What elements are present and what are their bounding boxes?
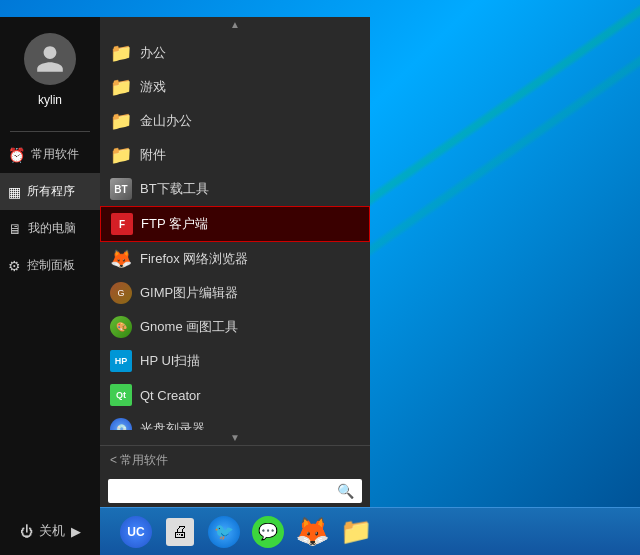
app-item-hp-label: HP UI扫描 bbox=[140, 352, 200, 370]
search-icon: 🔍 bbox=[337, 483, 354, 499]
sidebar-item-my-computer[interactable]: 🖥 我的电脑 bbox=[0, 210, 100, 247]
clock-icon: ⏰ bbox=[8, 147, 25, 163]
user-name: kylin bbox=[38, 93, 62, 107]
bottom-link[interactable]: < 常用软件 bbox=[100, 445, 370, 475]
app-item-disc-label: 光盘刻录器 bbox=[140, 420, 205, 430]
search-input[interactable] bbox=[116, 484, 333, 499]
sidebar-item-control-panel-label: 控制面板 bbox=[27, 257, 75, 274]
taskbar: ⏻ 关机 ▶ UC 🖨 🐦 bbox=[0, 507, 640, 555]
power-icon: ⏻ bbox=[20, 524, 33, 539]
sidebar-item-control-panel[interactable]: ⚙ 控制面板 bbox=[0, 247, 100, 284]
app-item-hp[interactable]: HP HP UI扫描 bbox=[100, 344, 370, 378]
taskbar-file-manager[interactable]: 🖨 bbox=[160, 512, 200, 552]
qt-icon: Qt bbox=[110, 384, 132, 406]
app-item-firefox[interactable]: 🦊 Firefox 网络浏览器 bbox=[100, 242, 370, 276]
app-list[interactable]: 📁 办公 📁 游戏 📁 金山办公 bbox=[100, 32, 370, 430]
power-arrow-icon: ▶ bbox=[71, 524, 81, 539]
taskbar-wechat[interactable]: 💬 bbox=[248, 512, 288, 552]
sidebar-item-all-programs-label: 所有程序 bbox=[27, 183, 75, 200]
app-item-office-label: 办公 bbox=[140, 44, 166, 62]
folder-accessories-icon: 📁 bbox=[110, 144, 132, 166]
app-item-gnome[interactable]: 🎨 Gnome 画图工具 bbox=[100, 310, 370, 344]
app-item-games[interactable]: 📁 游戏 bbox=[100, 70, 370, 104]
scroll-down-arrow[interactable]: ▼ bbox=[100, 430, 370, 445]
power-button[interactable]: ⏻ 关机 ▶ bbox=[0, 507, 100, 555]
grid-icon: ▦ bbox=[8, 184, 21, 200]
sidebar-item-common-software[interactable]: ⏰ 常用软件 bbox=[0, 136, 100, 173]
start-main: ▲ 📁 办公 📁 游戏 bbox=[100, 17, 370, 507]
ftp-icon: F bbox=[111, 213, 133, 235]
gear-icon: ⚙ bbox=[8, 258, 21, 274]
folder-taskbar-icon: 📁 bbox=[340, 516, 372, 547]
gnome-icon: 🎨 bbox=[110, 316, 132, 338]
app-item-wps-label: 金山办公 bbox=[140, 112, 192, 130]
app-item-office[interactable]: 📁 办公 bbox=[100, 36, 370, 70]
start-sidebar: kylin ⏰ 常用软件 ▦ 所有程序 🖥 我的电脑 ⚙ 控制面板 bbox=[0, 17, 100, 507]
wechat-icon: 💬 bbox=[252, 516, 284, 548]
app-item-accessories-label: 附件 bbox=[140, 146, 166, 164]
app-item-qt[interactable]: Qt Qt Creator bbox=[100, 378, 370, 412]
app-item-bt[interactable]: BT BT下载工具 bbox=[100, 172, 370, 206]
start-menu: kylin ⏰ 常用软件 ▦ 所有程序 🖥 我的电脑 ⚙ 控制面板 bbox=[0, 17, 370, 507]
taskbar-folder[interactable]: 📁 bbox=[336, 512, 376, 552]
folder-wps-icon: 📁 bbox=[110, 110, 132, 132]
app-item-accessories[interactable]: 📁 附件 bbox=[100, 138, 370, 172]
desktop: kylin ⏰ 常用软件 ▦ 所有程序 🖥 我的电脑 ⚙ 控制面板 bbox=[0, 0, 640, 555]
app-item-qt-label: Qt Creator bbox=[140, 388, 201, 403]
app-item-ftp-label: FTP 客户端 bbox=[141, 215, 208, 233]
sidebar-divider bbox=[10, 131, 90, 132]
app-item-wps[interactable]: 📁 金山办公 bbox=[100, 104, 370, 138]
bird-icon: 🐦 bbox=[208, 516, 240, 548]
file-manager-icon: 🖨 bbox=[166, 518, 194, 546]
search-bar: 🔍 bbox=[108, 479, 362, 503]
taskbar-uc-browser[interactable]: UC bbox=[116, 512, 156, 552]
bt-icon: BT bbox=[110, 178, 132, 200]
app-item-games-label: 游戏 bbox=[140, 78, 166, 96]
gimp-icon: G bbox=[110, 282, 132, 304]
app-item-bt-label: BT下载工具 bbox=[140, 180, 209, 198]
avatar bbox=[24, 33, 76, 85]
scroll-up-arrow[interactable]: ▲ bbox=[100, 17, 370, 32]
app-item-disc[interactable]: 💿 光盘刻录器 bbox=[100, 412, 370, 430]
computer-icon: 🖥 bbox=[8, 221, 22, 237]
sidebar-item-my-computer-label: 我的电脑 bbox=[28, 220, 76, 237]
folder-office-icon: 📁 bbox=[110, 42, 132, 64]
taskbar-icons: UC 🖨 🐦 💬 🦊 � bbox=[108, 512, 376, 552]
app-item-ftp[interactable]: F FTP 客户端 bbox=[100, 206, 370, 242]
power-label: 关机 bbox=[39, 522, 65, 540]
disc-icon: 💿 bbox=[110, 418, 132, 430]
taskbar-firefox[interactable]: 🦊 bbox=[292, 512, 332, 552]
firefox-icon: 🦊 bbox=[110, 248, 132, 270]
firefox-taskbar-icon: 🦊 bbox=[295, 515, 330, 548]
sidebar-item-all-programs[interactable]: ▦ 所有程序 bbox=[0, 173, 100, 210]
app-item-gnome-label: Gnome 画图工具 bbox=[140, 318, 238, 336]
app-item-firefox-label: Firefox 网络浏览器 bbox=[140, 250, 248, 268]
sidebar-item-common-software-label: 常用软件 bbox=[31, 146, 79, 163]
bottom-link-label: < 常用软件 bbox=[110, 452, 168, 469]
uc-icon: UC bbox=[120, 516, 152, 548]
app-item-gimp-label: GIMP图片编辑器 bbox=[140, 284, 238, 302]
app-item-gimp[interactable]: G GIMP图片编辑器 bbox=[100, 276, 370, 310]
hp-icon: HP bbox=[110, 350, 132, 372]
taskbar-bird-app[interactable]: 🐦 bbox=[204, 512, 244, 552]
folder-games-icon: 📁 bbox=[110, 76, 132, 98]
